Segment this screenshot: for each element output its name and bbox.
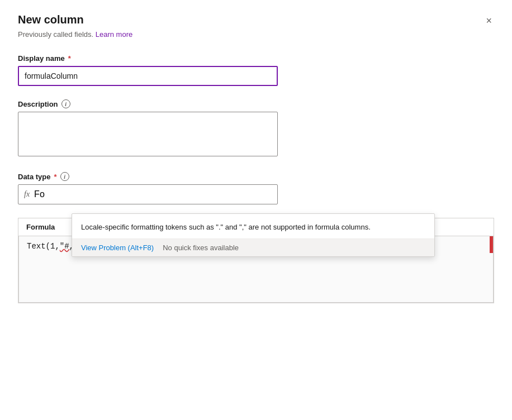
dialog-title: New column: [18, 13, 84, 26]
dialog-header: New column ×: [18, 13, 494, 28]
no-fixes-label: No quick fixes available: [163, 244, 239, 252]
subtitle-text: Previously called fields.: [18, 30, 93, 39]
dialog-subtitle: Previously called fields. Learn more: [18, 30, 494, 39]
data-type-required-star: *: [54, 173, 57, 181]
description-input[interactable]: [18, 112, 278, 156]
close-button[interactable]: ×: [483, 13, 494, 28]
error-indicator-bar: [490, 236, 493, 253]
display-name-input[interactable]: [18, 66, 278, 86]
description-label: Description i: [18, 99, 494, 108]
tooltip-box: Locale-specific formatting tokens such a…: [72, 213, 435, 257]
tooltip-message: Locale-specific formatting tokens such a…: [72, 214, 434, 239]
fx-icon: fx: [24, 190, 30, 199]
formula-section: Formula Locale-specific formatting token…: [18, 218, 494, 303]
data-type-info-icon[interactable]: i: [60, 172, 69, 181]
data-type-value: Fo: [34, 189, 45, 199]
required-star: *: [68, 54, 71, 63]
description-field: Description i: [18, 99, 494, 159]
description-info-icon[interactable]: i: [61, 99, 70, 108]
data-type-field: Data type * i fx Fo: [18, 172, 494, 204]
data-type-label: Data type * i: [18, 172, 494, 181]
tooltip-actions: View Problem (Alt+F8) No quick fixes ava…: [72, 239, 434, 256]
display-name-label: Display name *: [18, 54, 494, 63]
new-column-dialog: New column × Previously called fields. L…: [0, 0, 512, 420]
display-name-field: Display name *: [18, 54, 494, 86]
formula-text-prefix: Text(1,: [27, 242, 60, 251]
view-problem-button[interactable]: View Problem (Alt+F8): [81, 244, 154, 252]
data-type-wrapper[interactable]: fx Fo: [18, 184, 278, 204]
learn-more-link[interactable]: Learn more: [96, 30, 132, 39]
